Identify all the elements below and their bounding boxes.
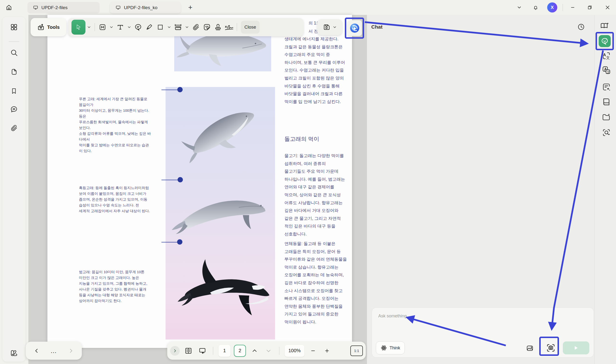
back-icon[interactable] <box>34 348 40 354</box>
toolbox-icon <box>37 23 45 31</box>
ai-reader-button[interactable] <box>600 96 613 108</box>
measure-tool-dropdown[interactable] <box>184 20 190 34</box>
expand-panel-button[interactable] <box>170 346 180 356</box>
ai-assistant-toolbar-button[interactable] <box>348 20 362 36</box>
presentation-mode-button[interactable] <box>197 344 208 358</box>
signature-tool-button[interactable] <box>224 20 234 34</box>
ai-chat-sidebar-button-active[interactable] <box>599 35 611 47</box>
page-2-button-current[interactable]: 2 <box>234 345 246 357</box>
chat-smile-sparkle-icon <box>601 37 609 45</box>
sidebar-item-apps[interactable] <box>9 22 19 32</box>
blue-whale-illustration <box>172 99 268 171</box>
minimize-button[interactable] <box>567 2 578 13</box>
tools-button[interactable]: Tools <box>30 18 66 36</box>
pdf-page[interactable]: 푸른 고래: 세계에서 가장 큰 알려진 동물로 몸길이가 30미터 이상이고,… <box>47 15 352 348</box>
closed-book-icon <box>602 97 611 106</box>
heading-tool-button[interactable] <box>97 20 108 34</box>
maximize-button[interactable] <box>584 2 595 13</box>
minimize-icon <box>570 5 575 10</box>
select-tool-dropdown[interactable] <box>86 20 92 34</box>
callout-dot-blue-whale[interactable] <box>177 87 183 92</box>
pen-tool-button[interactable] <box>144 20 154 34</box>
page-1-button[interactable]: 1 <box>219 345 231 357</box>
sidebar-item-theme[interactable] <box>9 348 19 358</box>
page-controls-bar: 1 2 100% 1:1 <box>167 342 366 360</box>
sidebar-item-comments[interactable] <box>9 104 19 114</box>
sidebar-item-search[interactable] <box>9 48 19 58</box>
section-heading: 돌고래의 먹이 <box>284 135 319 143</box>
chevron-right-icon <box>173 349 177 353</box>
comment-tool-button[interactable] <box>133 20 143 34</box>
forward-icon[interactable] <box>68 348 74 354</box>
sticker-tool-button[interactable] <box>202 20 212 34</box>
notifications-button[interactable] <box>530 2 541 13</box>
zoom-in-button[interactable] <box>322 344 332 358</box>
close-window-button[interactable] <box>602 2 613 13</box>
heading-tool-dropdown[interactable] <box>108 20 114 34</box>
page-layout-button[interactable] <box>183 344 194 358</box>
zoom-level-display[interactable]: 100% <box>285 345 304 357</box>
ai-search-button[interactable] <box>600 127 613 138</box>
ai-translate-button[interactable]: A文 <box>600 50 613 62</box>
tab-updf-2-files[interactable]: UPDF-2-files <box>28 2 100 13</box>
image-sparkle-icon <box>526 344 534 352</box>
ai-file-assistant-button[interactable] <box>600 112 613 123</box>
avatar[interactable]: X <box>547 2 557 13</box>
new-tab-button[interactable]: + <box>185 2 196 13</box>
titlebar: UPDF-2-files UPDF-2-files_ko + X <box>0 0 616 15</box>
insert-image-button[interactable] <box>525 343 535 353</box>
chat-history-button[interactable] <box>576 22 586 32</box>
ai-summarize-button[interactable] <box>600 81 613 93</box>
shape-tool-dropdown[interactable] <box>166 20 172 34</box>
attach-tool-button[interactable] <box>191 20 201 34</box>
svg-text:文: 文 <box>606 55 610 60</box>
tab-label: UPDF-2-files_ko <box>124 5 157 10</box>
callout-dot-orca[interactable] <box>177 239 182 245</box>
previous-page-button[interactable] <box>249 344 260 358</box>
save-button-group <box>317 19 342 35</box>
screenshot-button[interactable] <box>544 341 557 354</box>
plus-icon <box>324 348 330 353</box>
measure-tool-button[interactable] <box>173 20 183 34</box>
select-tool-button[interactable] <box>71 20 85 35</box>
whale-infographic-strip[interactable] <box>166 87 275 339</box>
text-tool-button[interactable] <box>115 20 126 34</box>
send-message-button[interactable] <box>563 341 589 354</box>
document-tab-icon <box>115 5 121 11</box>
tab-updf-2-files-ko[interactable]: UPDF-2-files_ko <box>110 2 181 13</box>
actual-size-button[interactable]: 1:1 <box>350 346 363 356</box>
callout-dot-humpback[interactable] <box>178 177 183 182</box>
shape-tool-button[interactable] <box>155 20 166 34</box>
titlebar-dropdown-button[interactable] <box>514 2 525 13</box>
zoom-out-button[interactable] <box>308 344 318 358</box>
close-toolbar-button[interactable]: Close <box>241 21 260 34</box>
clock-history-icon <box>577 23 585 31</box>
paperclip-icon <box>192 23 200 31</box>
book-sparkle-icon <box>600 22 610 30</box>
stamp-tool-button[interactable] <box>213 20 223 34</box>
paragraph-dolphin-mollusk: 연체동물: 돌고래 등 이붙은 고래들은 특히 오징어, 문어 등 쭈꾸미류와 … <box>284 240 357 326</box>
chevron-down-icon <box>109 25 113 29</box>
text-tool-dropdown[interactable] <box>126 20 132 34</box>
more-actions-button[interactable]: … <box>50 348 57 353</box>
bell-icon <box>532 4 539 11</box>
ai-translate-page-button[interactable]: A文 <box>600 65 613 76</box>
ai-read-mode-button[interactable] <box>598 20 611 32</box>
sidebar-item-bookmarks[interactable] <box>9 86 19 96</box>
save-icon[interactable] <box>322 23 331 31</box>
gray-whale-illustration <box>171 195 270 240</box>
home-button[interactable] <box>3 2 14 13</box>
orca-whale-illustration <box>173 257 274 336</box>
text-icon <box>116 23 124 31</box>
sidebar-item-thumbnails[interactable] <box>9 67 19 77</box>
next-page-button[interactable] <box>263 344 274 358</box>
bookmark-icon <box>10 88 18 95</box>
document-canvas[interactable]: 푸른 고래: 세계에서 가장 큰 알려진 동물로 몸길이가 30미터 이상이고,… <box>28 15 367 364</box>
sidebar-item-attachments[interactable] <box>9 123 19 133</box>
toolbar-divider <box>95 23 95 31</box>
think-toggle-button[interactable]: Think <box>376 341 405 354</box>
save-dropdown-chevron-icon[interactable] <box>333 25 337 29</box>
chat-input[interactable]: Ask something <box>378 313 407 319</box>
chat-input-container: Ask something Think <box>372 308 594 358</box>
cursor-icon <box>75 24 82 31</box>
